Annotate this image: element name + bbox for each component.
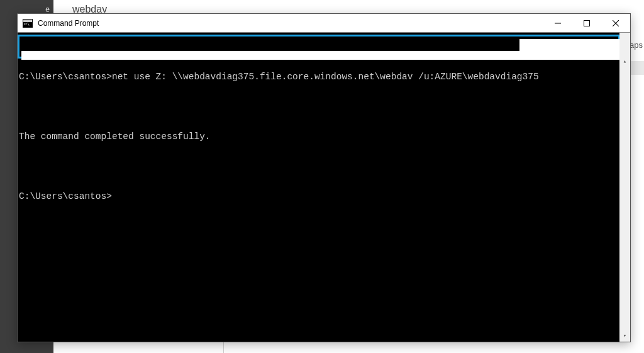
window-title: Command Prompt <box>33 19 543 28</box>
minimize-button[interactable] <box>543 14 572 33</box>
background-divider <box>223 342 224 353</box>
command-prompt-window: Command Prompt C:\Users\csantos>net use … <box>17 13 631 342</box>
close-button[interactable] <box>601 14 630 33</box>
terminal-prompt: C:\Users\csantos> <box>19 72 112 82</box>
highlight-fill <box>21 51 620 60</box>
command-highlight-box <box>18 35 620 59</box>
window-titlebar[interactable]: Command Prompt <box>18 14 630 33</box>
terminal-line: The command completed successfully. <box>19 131 629 143</box>
terminal-command: net use Z: \\webdavdiag375.file.core.win… <box>112 72 544 82</box>
terminal-body[interactable]: C:\Users\csantos>net use Z: \\webdavdiag… <box>18 33 630 342</box>
maximize-button[interactable] <box>572 14 601 33</box>
cmd-icon <box>23 19 33 28</box>
scrollbar-up-icon[interactable]: ▴ <box>619 57 630 67</box>
terminal-line: C:\Users\csantos>net use Z: \\webdavdiag… <box>19 71 629 83</box>
highlight-fill <box>519 39 620 51</box>
terminal-line: C:\Users\csantos> <box>19 191 629 203</box>
background-right-row <box>629 61 644 75</box>
svg-rect-1 <box>584 20 590 26</box>
scrollbar-down-icon[interactable]: ▾ <box>619 331 630 342</box>
terminal-prompt: C:\Users\csantos> <box>19 191 112 201</box>
